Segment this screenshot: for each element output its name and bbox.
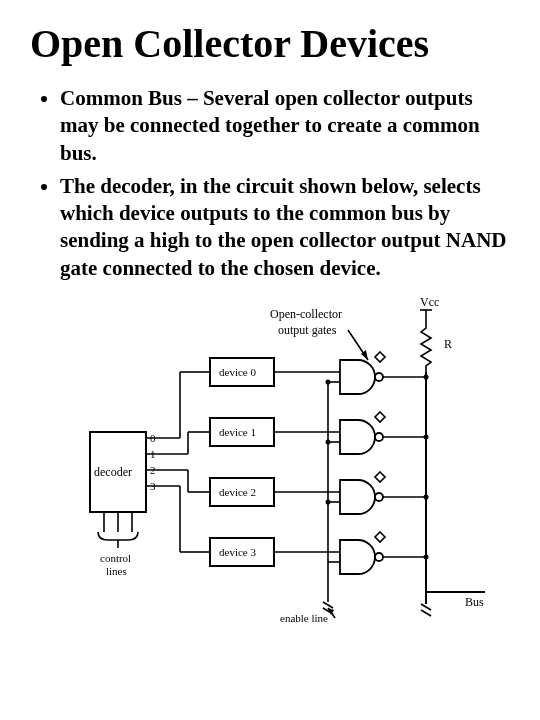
svg-point-45 — [424, 555, 429, 560]
bus-label: Bus — [465, 595, 484, 609]
vcc-label: Vcc — [420, 295, 439, 309]
circuit-diagram: Vcc R Bus Open-collector output gates de… — [30, 292, 510, 632]
svg-point-16 — [424, 375, 429, 380]
bullet-item: Common Bus – Several open collector outp… — [60, 85, 510, 167]
device-label: device 3 — [219, 546, 256, 558]
enable-label: enable line — [280, 612, 328, 624]
control-label: control — [100, 552, 131, 564]
resistor-label: R — [444, 337, 452, 351]
svg-point-34 — [375, 493, 383, 501]
device-label: device 0 — [219, 366, 256, 378]
svg-point-26 — [424, 435, 429, 440]
oc-label-2: output gates — [278, 323, 337, 337]
lines-label: lines — [106, 565, 127, 577]
svg-point-36 — [424, 495, 429, 500]
device-label: device 1 — [219, 426, 256, 438]
device-label: device 2 — [219, 486, 256, 498]
decoder-label: decoder — [94, 465, 132, 479]
svg-point-24 — [375, 433, 383, 441]
page-title: Open Collector Devices — [30, 20, 510, 67]
svg-point-14 — [375, 373, 383, 381]
oc-label-1: Open-collector — [270, 307, 342, 321]
bullet-item: The decoder, in the circuit shown below,… — [60, 173, 510, 282]
svg-point-43 — [375, 553, 383, 561]
bullet-list: Common Bus – Several open collector outp… — [30, 85, 510, 282]
